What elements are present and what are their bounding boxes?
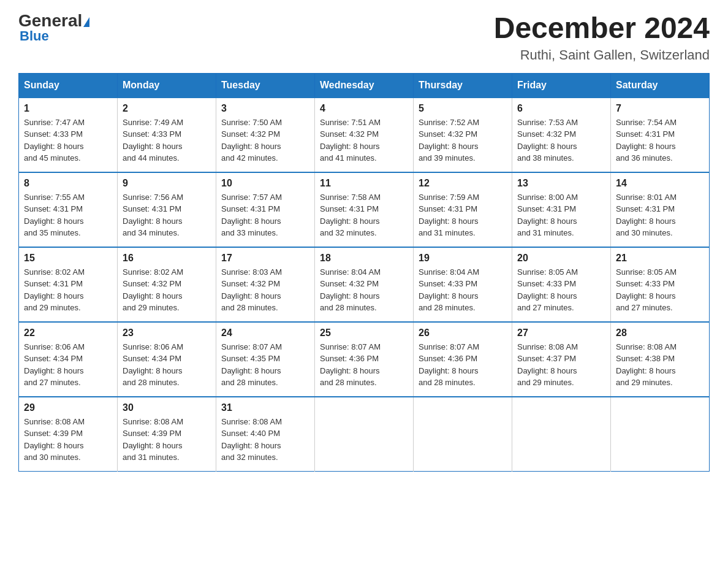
day-number: 8: [24, 178, 112, 189]
calendar-cell: [315, 397, 414, 472]
day-number: 1: [24, 103, 112, 114]
day-info: Sunrise: 7:53 AMSunset: 4:32 PMDaylight:…: [517, 117, 605, 164]
day-info: Sunrise: 7:49 AMSunset: 4:33 PMDaylight:…: [123, 117, 211, 164]
day-info: Sunrise: 8:08 AMSunset: 4:37 PMDaylight:…: [517, 341, 605, 389]
title-area: December 2024 Ruthi, Saint Gallen, Switz…: [494, 12, 710, 63]
day-number: 9: [123, 178, 211, 189]
logo: General Blue: [18, 12, 89, 44]
week-row-4: 22Sunrise: 8:06 AMSunset: 4:34 PMDayligh…: [19, 322, 710, 397]
calendar-cell: 21Sunrise: 8:05 AMSunset: 4:33 PMDayligh…: [611, 247, 710, 322]
calendar-cell: 23Sunrise: 8:06 AMSunset: 4:34 PMDayligh…: [118, 322, 216, 397]
calendar-cell: 3Sunrise: 7:50 AMSunset: 4:32 PMDaylight…: [216, 98, 315, 172]
day-info: Sunrise: 7:47 AMSunset: 4:33 PMDaylight:…: [24, 117, 112, 164]
day-info: Sunrise: 8:00 AMSunset: 4:31 PMDaylight:…: [517, 191, 605, 239]
day-number: 30: [123, 402, 211, 413]
calendar-cell: 14Sunrise: 8:01 AMSunset: 4:31 PMDayligh…: [611, 172, 710, 247]
day-info: Sunrise: 8:05 AMSunset: 4:33 PMDaylight:…: [517, 266, 605, 314]
calendar-cell: 27Sunrise: 8:08 AMSunset: 4:37 PMDayligh…: [512, 322, 611, 397]
calendar-cell: 2Sunrise: 7:49 AMSunset: 4:33 PMDaylight…: [118, 98, 216, 172]
day-number: 29: [24, 402, 112, 413]
day-number: 13: [517, 178, 605, 189]
calendar-cell: 30Sunrise: 8:08 AMSunset: 4:39 PMDayligh…: [118, 397, 216, 472]
calendar-cell: 20Sunrise: 8:05 AMSunset: 4:33 PMDayligh…: [512, 247, 611, 322]
weekday-header-row: SundayMondayTuesdayWednesdayThursdayFrid…: [19, 73, 710, 98]
day-number: 6: [517, 103, 605, 114]
day-number: 22: [24, 327, 112, 339]
logo-triangle-icon: [83, 17, 89, 27]
day-number: 18: [320, 253, 408, 264]
day-number: 17: [221, 253, 309, 264]
day-number: 19: [419, 253, 507, 264]
calendar-cell: [512, 397, 611, 472]
day-number: 27: [517, 327, 605, 339]
calendar-cell: 5Sunrise: 7:52 AMSunset: 4:32 PMDaylight…: [414, 98, 512, 172]
day-number: 26: [419, 327, 507, 339]
day-info: Sunrise: 7:55 AMSunset: 4:31 PMDaylight:…: [24, 191, 112, 239]
calendar-cell: 28Sunrise: 8:08 AMSunset: 4:38 PMDayligh…: [611, 322, 710, 397]
calendar-cell: 12Sunrise: 7:59 AMSunset: 4:31 PMDayligh…: [414, 172, 512, 247]
day-info: Sunrise: 7:59 AMSunset: 4:31 PMDaylight:…: [419, 191, 507, 239]
day-info: Sunrise: 8:04 AMSunset: 4:32 PMDaylight:…: [320, 266, 408, 314]
calendar-body: 1Sunrise: 7:47 AMSunset: 4:33 PMDaylight…: [19, 98, 710, 472]
week-row-5: 29Sunrise: 8:08 AMSunset: 4:39 PMDayligh…: [19, 397, 710, 472]
calendar-cell: 25Sunrise: 8:07 AMSunset: 4:36 PMDayligh…: [315, 322, 414, 397]
calendar-cell: 6Sunrise: 7:53 AMSunset: 4:32 PMDaylight…: [512, 98, 611, 172]
calendar-cell: 26Sunrise: 8:07 AMSunset: 4:36 PMDayligh…: [414, 322, 512, 397]
calendar-cell: 29Sunrise: 8:08 AMSunset: 4:39 PMDayligh…: [19, 397, 118, 472]
calendar-header: SundayMondayTuesdayWednesdayThursdayFrid…: [19, 73, 710, 98]
logo-blue: Blue: [18, 28, 49, 44]
calendar-cell: [611, 397, 710, 472]
calendar-cell: 17Sunrise: 8:03 AMSunset: 4:32 PMDayligh…: [216, 247, 315, 322]
calendar-cell: 19Sunrise: 8:04 AMSunset: 4:33 PMDayligh…: [414, 247, 512, 322]
calendar-cell: [414, 397, 512, 472]
calendar-cell: 8Sunrise: 7:55 AMSunset: 4:31 PMDaylight…: [19, 172, 118, 247]
weekday-header-tuesday: Tuesday: [216, 73, 315, 98]
weekday-header-thursday: Thursday: [414, 73, 512, 98]
week-row-2: 8Sunrise: 7:55 AMSunset: 4:31 PMDaylight…: [19, 172, 710, 247]
calendar-cell: 10Sunrise: 7:57 AMSunset: 4:31 PMDayligh…: [216, 172, 315, 247]
calendar-cell: 16Sunrise: 8:02 AMSunset: 4:32 PMDayligh…: [118, 247, 216, 322]
day-info: Sunrise: 8:08 AMSunset: 4:38 PMDaylight:…: [616, 341, 704, 389]
day-number: 15: [24, 253, 112, 264]
day-info: Sunrise: 7:54 AMSunset: 4:31 PMDaylight:…: [616, 117, 704, 164]
calendar-cell: 7Sunrise: 7:54 AMSunset: 4:31 PMDaylight…: [611, 98, 710, 172]
week-row-3: 15Sunrise: 8:02 AMSunset: 4:31 PMDayligh…: [19, 247, 710, 322]
day-number: 25: [320, 327, 408, 339]
weekday-header-wednesday: Wednesday: [315, 73, 414, 98]
day-number: 14: [616, 178, 704, 189]
logo-general: General: [18, 11, 82, 30]
day-info: Sunrise: 8:07 AMSunset: 4:36 PMDaylight:…: [320, 341, 408, 389]
day-number: 24: [221, 327, 309, 339]
day-info: Sunrise: 8:02 AMSunset: 4:32 PMDaylight:…: [123, 266, 211, 314]
day-number: 5: [419, 103, 507, 114]
weekday-header-saturday: Saturday: [611, 73, 710, 98]
calendar-cell: 4Sunrise: 7:51 AMSunset: 4:32 PMDaylight…: [315, 98, 414, 172]
calendar-cell: 1Sunrise: 7:47 AMSunset: 4:33 PMDaylight…: [19, 98, 118, 172]
day-info: Sunrise: 7:52 AMSunset: 4:32 PMDaylight:…: [419, 117, 507, 164]
day-info: Sunrise: 7:51 AMSunset: 4:32 PMDaylight:…: [320, 117, 408, 164]
weekday-header-monday: Monday: [118, 73, 216, 98]
day-number: 20: [517, 253, 605, 264]
calendar-cell: 11Sunrise: 7:58 AMSunset: 4:31 PMDayligh…: [315, 172, 414, 247]
calendar-table: SundayMondayTuesdayWednesdayThursdayFrid…: [18, 73, 710, 472]
day-number: 28: [616, 327, 704, 339]
day-info: Sunrise: 8:08 AMSunset: 4:39 PMDaylight:…: [24, 416, 112, 464]
calendar-cell: 15Sunrise: 8:02 AMSunset: 4:31 PMDayligh…: [19, 247, 118, 322]
day-number: 4: [320, 103, 408, 114]
day-number: 10: [221, 178, 309, 189]
weekday-header-sunday: Sunday: [19, 73, 118, 98]
calendar-cell: 31Sunrise: 8:08 AMSunset: 4:40 PMDayligh…: [216, 397, 315, 472]
main-title: December 2024: [494, 12, 710, 45]
day-number: 21: [616, 253, 704, 264]
day-info: Sunrise: 8:06 AMSunset: 4:34 PMDaylight:…: [24, 341, 112, 389]
day-info: Sunrise: 8:01 AMSunset: 4:31 PMDaylight:…: [616, 191, 704, 239]
day-info: Sunrise: 8:07 AMSunset: 4:36 PMDaylight:…: [419, 341, 507, 389]
day-info: Sunrise: 7:56 AMSunset: 4:31 PMDaylight:…: [123, 191, 211, 239]
day-number: 11: [320, 178, 408, 189]
day-info: Sunrise: 7:50 AMSunset: 4:32 PMDaylight:…: [221, 117, 309, 164]
day-info: Sunrise: 8:04 AMSunset: 4:33 PMDaylight:…: [419, 266, 507, 314]
header: General Blue December 2024 Ruthi, Saint …: [18, 12, 710, 63]
calendar-cell: 22Sunrise: 8:06 AMSunset: 4:34 PMDayligh…: [19, 322, 118, 397]
calendar-cell: 18Sunrise: 8:04 AMSunset: 4:32 PMDayligh…: [315, 247, 414, 322]
weekday-header-friday: Friday: [512, 73, 611, 98]
